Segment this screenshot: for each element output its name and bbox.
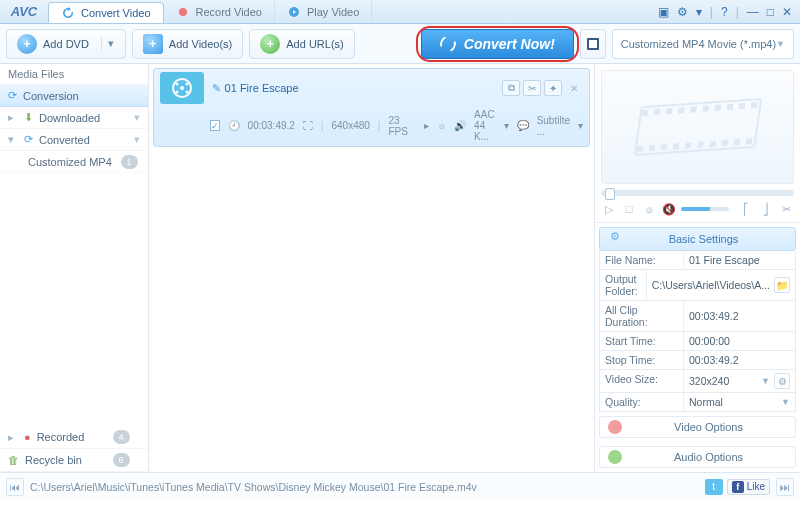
chevron-down-icon[interactable]: ▾ (134, 111, 140, 124)
media-item[interactable]: ✎ 01 Fire Escape ⧉ ✂ ✦ ✕ ✓ 🕘 00:03:49.2 … (153, 68, 590, 147)
next-file-button[interactable]: ⏭ (776, 478, 794, 496)
expand-icon[interactable]: ▸ (424, 120, 429, 131)
snapshot-icon[interactable]: ⌾ (641, 202, 657, 216)
facebook-like-button[interactable]: fLike (727, 479, 770, 495)
sidebar-item-conversion[interactable]: ⟳ Conversion (0, 85, 148, 107)
add-videos-button[interactable]: + Add Video(s) (132, 29, 243, 59)
cut-icon[interactable]: ✂ (523, 80, 541, 96)
chevron-down-icon[interactable]: ▾ (578, 120, 583, 131)
settings-icon[interactable]: ⚙ (677, 5, 688, 19)
fps-text: 23 FPS (388, 115, 407, 137)
edit-icon[interactable]: ✎ (212, 82, 221, 95)
status-bar: ⏮ C:\Users\Ariel\Music\iTunes\iTunes Med… (0, 472, 800, 500)
filmstrip-icon (633, 98, 762, 156)
setting-row-clip-duration: All Clip Duration:00:03:49.2 (599, 301, 796, 332)
svg-point-5 (180, 86, 184, 90)
plus-icon: + (143, 34, 163, 54)
close-icon[interactable]: ✕ (782, 5, 792, 19)
video-options-row[interactable]: Video Options (599, 416, 796, 438)
film-icon (585, 36, 601, 52)
convert-now-button[interactable]: Convert Now! (421, 29, 574, 59)
minimize-icon[interactable]: — (747, 5, 759, 19)
sidebar-item-converted[interactable]: ▾ ⟳ Converted ▾ (0, 129, 148, 151)
play-icon[interactable]: ▷ (601, 202, 617, 216)
seek-knob[interactable] (605, 188, 615, 200)
refresh-icon: ⟳ (8, 89, 17, 102)
tab-play-video[interactable]: Play Video (275, 0, 372, 23)
row-label: Audio Options (630, 451, 787, 463)
social-buttons: t fLike (705, 479, 770, 495)
setting-key: File Name: (600, 251, 684, 269)
chevron-down-icon[interactable]: ▾ (101, 37, 115, 50)
media-item-details: ✓ 🕘 00:03:49.2 ⛶ | 640x480 | 23 FPS ▸ ☼ … (154, 107, 589, 146)
clock-icon: 🕘 (228, 120, 240, 131)
dropdown-icon[interactable]: ▾ (696, 5, 702, 19)
stop-icon[interactable]: □ (621, 202, 637, 216)
volume-slider[interactable] (681, 207, 729, 211)
file-path: C:\Users\Ariel\Music\iTunes\iTunes Media… (30, 481, 699, 493)
browse-folder-icon[interactable]: 📁 (774, 277, 790, 293)
expand-icon: ▸ (8, 431, 18, 444)
effects-icon[interactable]: ✦ (544, 80, 562, 96)
audio-options-row[interactable]: Audio Options (599, 446, 796, 468)
chevron-down-icon[interactable]: ▼ (761, 376, 770, 386)
cut-icon[interactable]: ✂ (778, 202, 794, 216)
chevron-down-icon[interactable]: ▼ (781, 397, 790, 407)
tab-record-video[interactable]: Record Video (164, 0, 275, 23)
refresh-icon (61, 6, 75, 20)
output-profile-icon-button[interactable] (580, 29, 606, 59)
checkbox[interactable]: ✓ (210, 120, 220, 131)
maximize-icon[interactable]: □ (767, 5, 774, 19)
duration-text: 00:03:49.2 (248, 120, 295, 131)
mark-out-icon[interactable]: ⎦ (758, 202, 774, 216)
sidebar-item-recorded[interactable]: ▸●Recorded 4 (0, 426, 148, 449)
sidebar-item-label: Conversion (23, 90, 79, 102)
setting-value[interactable]: Normal (689, 396, 723, 408)
trash-icon: 🗑 (8, 454, 19, 466)
collapse-icon: ▾ (8, 133, 18, 146)
setting-row-start-time: Start Time:00:00:00 (599, 332, 796, 351)
count-badge: 4 (113, 430, 130, 444)
output-profile-dropdown[interactable]: Customized MP4 Movie (*.mp4) ▼ (612, 29, 794, 59)
add-dvd-button[interactable]: + Add DVD ▾ (6, 29, 126, 59)
media-item-tools: ⧉ ✂ ✦ ✕ (502, 80, 583, 96)
basic-settings-header: ⚙ Basic Settings (599, 227, 796, 251)
preview-area (601, 70, 794, 184)
globe-plus-icon: + (260, 34, 280, 54)
mute-icon[interactable]: 🔇 (661, 202, 677, 216)
prev-file-button[interactable]: ⏮ (6, 478, 24, 496)
chevron-down-icon[interactable]: ▾ (134, 133, 140, 146)
clip-icon[interactable]: ⧉ (502, 80, 520, 96)
setting-value[interactable]: C:\Users\Ariel\Videos\A... (652, 279, 770, 291)
add-urls-button[interactable]: + Add URL(s) (249, 29, 354, 59)
setting-value[interactable]: 00:03:49.2 (689, 354, 739, 366)
sidebar-item-recycle-bin[interactable]: 🗑Recycle bin 6 (0, 449, 148, 472)
settings-icon[interactable]: ☼ (437, 120, 446, 131)
setting-key: Output Folder: (600, 270, 647, 300)
count-badge: 1 (121, 155, 138, 169)
button-label: Convert Now! (464, 36, 555, 52)
svg-point-0 (179, 8, 187, 16)
sidebar: Media Files ⟳ Conversion ▸ ⬇ Downloaded … (0, 64, 149, 472)
chevron-down-icon[interactable]: ▾ (504, 120, 509, 131)
setting-value[interactable]: 320x240 (689, 375, 729, 387)
setting-value[interactable]: 01 Fire Escape (689, 254, 760, 266)
expand-icon: ▸ (8, 111, 18, 124)
mark-in-icon[interactable]: ⎡ (738, 202, 754, 216)
media-thumbnail (160, 72, 204, 104)
seek-bar[interactable] (601, 190, 794, 196)
tab-convert-video[interactable]: Convert Video (48, 2, 164, 23)
setting-value[interactable]: 00:00:00 (689, 335, 730, 347)
count-badge: 6 (113, 453, 130, 467)
twitter-icon[interactable]: t (705, 479, 723, 495)
settings-gear-icon[interactable]: ⚙ (774, 373, 790, 389)
preview-panel: ▷ □ ⌾ 🔇 ⎡ ⎦ ✂ ⚙ Basic Settings File Name… (595, 64, 800, 472)
sidebar-subitem-customized-mp4[interactable]: Customized MP4 1 (0, 151, 148, 173)
toolbar: + Add DVD ▾ + Add Video(s) + Add URL(s) … (0, 24, 800, 64)
app-logo: AVC (0, 0, 48, 23)
remove-icon[interactable]: ✕ (565, 80, 583, 96)
help-icon[interactable]: ? (721, 5, 728, 19)
setting-key: Stop Time: (600, 351, 684, 369)
screenshot-icon[interactable]: ▣ (658, 5, 669, 19)
sidebar-item-downloaded[interactable]: ▸ ⬇ Downloaded ▾ (0, 107, 148, 129)
